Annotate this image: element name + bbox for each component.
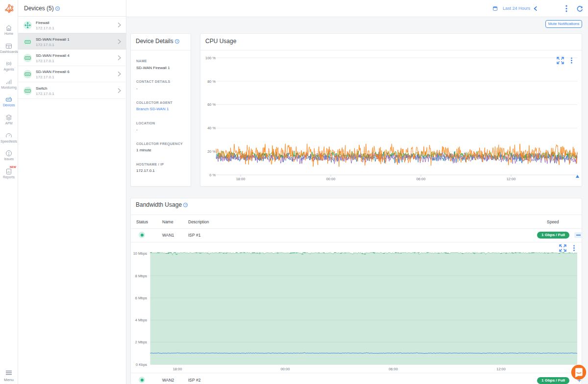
svg-text:18:00: 18:00 [236,177,245,181]
svg-text:100 %: 100 % [205,56,216,60]
svg-text:12:00: 12:00 [507,177,516,181]
svg-text:6 Mbps: 6 Mbps [135,296,147,300]
svg-text:8 Mbps: 8 Mbps [135,274,147,278]
svg-text:0 Kbps: 0 Kbps [136,362,147,367]
svg-text:0 %: 0 % [209,173,216,177]
svg-text:12:00: 12:00 [496,367,506,371]
svg-text:60 %: 60 % [207,102,216,107]
svg-text:40 %: 40 % [207,126,216,130]
svg-text:00:00: 00:00 [281,367,290,371]
svg-text:18:00: 18:00 [173,367,182,371]
svg-text:06:00: 06:00 [416,177,426,181]
svg-text:10 Mbps: 10 Mbps [133,251,147,256]
svg-text:80 %: 80 % [207,79,216,84]
svg-text:4 Mbps: 4 Mbps [135,318,147,322]
svg-text:00:00: 00:00 [326,177,336,181]
svg-text:20 %: 20 % [207,149,216,154]
svg-text:06:00: 06:00 [389,367,398,371]
svg-text:2 Mbps: 2 Mbps [135,340,147,344]
